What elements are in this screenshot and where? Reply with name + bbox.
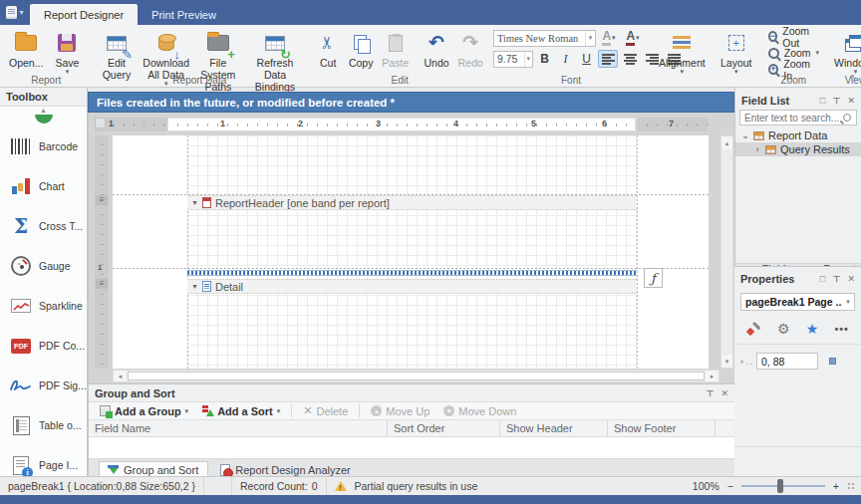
chevron-right-icon[interactable]: ›	[740, 357, 743, 367]
collapse-band-icon[interactable]: ▼	[191, 199, 198, 206]
tab-print-preview[interactable]: Print Preview	[138, 4, 230, 25]
toolbox-item-barcode[interactable]: Barcode	[0, 126, 87, 166]
paste-button[interactable]: Paste	[378, 28, 413, 71]
delete-button[interactable]: ✕ Delete	[297, 403, 354, 418]
highlight-color-button[interactable]: A▾	[598, 29, 620, 47]
tree-node-query-results[interactable]: › Query Results	[735, 142, 861, 156]
scroll-left-icon[interactable]: ◂	[114, 371, 127, 381]
design-horizontal-scrollbar[interactable]: ◂ ▸	[113, 370, 719, 382]
cut-button[interactable]: ✂ Cut	[312, 28, 344, 71]
property-marker-icon[interactable]	[829, 358, 836, 365]
font-size-combo[interactable]: ▾	[493, 51, 533, 68]
scroll-right-icon[interactable]: ▸	[706, 371, 718, 381]
favorites-star-icon[interactable]: ★	[806, 322, 819, 336]
app-menu-button[interactable]: ▾	[0, 0, 30, 25]
chevron-down-icon[interactable]: ▾	[585, 31, 595, 46]
pin-icon[interactable]: ⊤	[706, 388, 714, 398]
toolbox-item-partial[interactable]	[0, 115, 87, 126]
band-header-reportheader[interactable]: ▼ ReportHeader [one band per report]	[187, 195, 637, 210]
property-row-location[interactable]: › ..	[734, 345, 861, 378]
field-search-box[interactable]	[739, 110, 857, 126]
toolbox-item-gauge[interactable]: Gauge	[0, 246, 87, 286]
font-color-button[interactable]: A▾	[622, 29, 644, 47]
column-header-sort-order[interactable]: Sort Order	[388, 420, 500, 436]
move-down-button[interactable]: ▾ Move Down	[437, 404, 522, 418]
band-grip-icon[interactable]: ≡	[96, 195, 108, 205]
underline-button[interactable]: U	[577, 50, 596, 68]
layout-button[interactable]: + Layout ▾	[716, 28, 757, 76]
plus-icon: +	[227, 48, 235, 61]
toolbox-scroll-up[interactable]: ▴	[0, 107, 87, 115]
resize-grip-icon[interactable]	[847, 482, 855, 490]
analyzer-tab-icon	[220, 464, 230, 476]
properties-panel: Properties □ ⊤ ✕ pageBreak1 Page ... ▾ ⚙…	[734, 266, 861, 476]
open-button[interactable]: Open...	[5, 28, 47, 71]
align-center-icon	[624, 54, 637, 65]
add-sort-button[interactable]: Add a Sort ▾	[196, 404, 286, 418]
toolbox-item-table-of-contents[interactable]: Table o...	[0, 405, 87, 445]
wrench-icon[interactable]: ⚙	[777, 322, 790, 336]
expression-fx-button[interactable]: ƒ	[644, 268, 663, 288]
selected-control-combo[interactable]: pageBreak1 Page ... ▾	[740, 293, 855, 311]
close-icon[interactable]: ✕	[847, 96, 855, 106]
group-sort-empty-list[interactable]	[89, 437, 734, 459]
column-header-field-name[interactable]: Field Name	[89, 420, 388, 436]
scroll-down-icon[interactable]: ▾	[721, 355, 732, 368]
zoom-slider[interactable]	[741, 479, 825, 493]
copy-button[interactable]: Copy	[344, 28, 378, 71]
align-left-button[interactable]	[598, 50, 618, 68]
design-vertical-scrollbar[interactable]: ▴ ▾	[720, 135, 733, 369]
more-options-icon[interactable]: •••	[834, 323, 849, 335]
toolbox-item-crosstab[interactable]: Σ Cross T...	[0, 206, 87, 246]
save-button[interactable]: Save ▾	[47, 28, 87, 76]
design-surface[interactable]: 1 1 2 3 4 5 6 7 ≡ 1 ≡ ▼ ReportHeader [on…	[88, 113, 734, 383]
pin-icon[interactable]: ⊤	[832, 96, 840, 106]
toolbox-item-chart[interactable]: Chart	[0, 166, 87, 206]
font-size-input[interactable]	[494, 52, 524, 67]
tree-node-report-data[interactable]: ⌄ Report Data	[735, 128, 861, 142]
band-header-detail[interactable]: ▼ Detail	[187, 279, 637, 294]
toolbox-item-sparkline[interactable]: Sparkline	[0, 286, 87, 326]
pagebreak-control-selected[interactable]	[187, 270, 637, 276]
font-family-combo[interactable]: ▾	[493, 30, 596, 47]
add-group-button[interactable]: Add a Group ▾	[94, 404, 194, 418]
toolbox-item-pdf-signature[interactable]: PDF Sig...	[0, 366, 87, 405]
tab-report-designer[interactable]: Report Designer	[30, 4, 138, 25]
pin-icon[interactable]: ⊤	[832, 274, 840, 284]
toolbox-item-pdf-content[interactable]: PDF PDF Co...	[0, 326, 87, 366]
zoom-out-icon: −	[768, 31, 778, 42]
close-icon[interactable]: ✕	[847, 274, 855, 284]
chevron-right-icon[interactable]: ›	[753, 144, 761, 154]
zoom-out-button[interactable]: − Zoom Out	[763, 29, 824, 44]
chevron-down-icon[interactable]: ▾	[524, 52, 532, 67]
scrollbar-thumb[interactable]	[128, 372, 705, 380]
scroll-up-icon[interactable]: ▴	[721, 136, 732, 149]
ribbon-collapse-button[interactable]: ^	[850, 74, 855, 85]
windows-button[interactable]: Windows ▾	[830, 28, 861, 76]
redo-button[interactable]: ↷ Redo	[453, 28, 487, 71]
field-search-input[interactable]	[740, 113, 843, 124]
float-icon[interactable]: □	[820, 274, 825, 284]
column-header-show-header[interactable]: Show Header	[500, 420, 608, 436]
appearance-brush-icon[interactable]	[746, 321, 761, 336]
font-family-input[interactable]	[494, 31, 585, 46]
delete-x-icon: ✕	[303, 404, 312, 417]
design-grid[interactable]	[187, 135, 637, 369]
align-center-button[interactable]	[620, 50, 640, 68]
band-grip-icon[interactable]: ≡	[96, 279, 108, 289]
italic-button[interactable]: I	[556, 50, 575, 68]
zoom-plus-button[interactable]: +	[833, 480, 839, 492]
zoom-minus-button[interactable]: −	[727, 480, 733, 492]
alignment-button[interactable]: Alignment ▾	[655, 28, 710, 76]
report-page[interactable]: ▼ ReportHeader [one band per report] ▼ D…	[113, 135, 709, 369]
move-up-button[interactable]: ▴ Move Up	[365, 404, 435, 418]
column-header-show-footer[interactable]: Show Footer	[608, 420, 716, 436]
undo-button[interactable]: ↶ Undo	[420, 28, 453, 71]
location-value-input[interactable]	[756, 353, 818, 370]
zoom-slider-handle[interactable]	[777, 479, 783, 493]
bold-button[interactable]: B	[535, 50, 554, 68]
float-icon[interactable]: □	[820, 96, 825, 106]
collapse-band-icon[interactable]: ▼	[191, 283, 198, 290]
chevron-down-icon[interactable]: ⌄	[741, 130, 749, 140]
close-icon[interactable]: ✕	[720, 388, 728, 398]
